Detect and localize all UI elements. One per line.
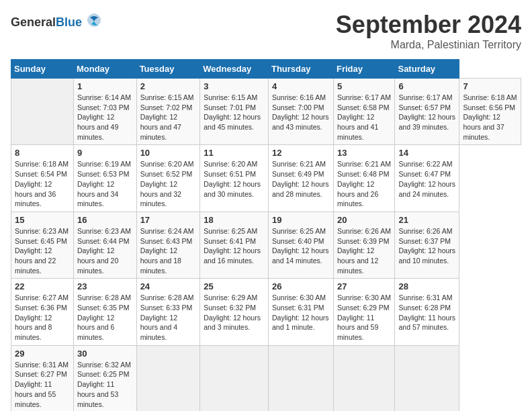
- calendar-cell: 25Sunrise: 6:29 AMSunset: 6:32 PMDayligh…: [200, 279, 269, 345]
- day-number: 6: [398, 81, 455, 91]
- day-number: 4: [272, 81, 330, 91]
- day-number: 26: [272, 281, 330, 291]
- calendar-table: SundayMondayTuesdayWednesdayThursdayFrid…: [11, 59, 521, 411]
- day-number: 12: [272, 148, 330, 158]
- day-info: Sunrise: 6:15 AMSunset: 7:01 PMDaylight:…: [204, 93, 265, 132]
- day-number: 24: [140, 281, 197, 291]
- calendar-cell: [333, 345, 394, 411]
- calendar-cell: 9Sunrise: 6:19 AMSunset: 6:53 PMDaylight…: [73, 145, 136, 212]
- calendar-cell: 14Sunrise: 6:22 AMSunset: 6:47 PMDayligh…: [395, 145, 459, 212]
- day-number: 5: [337, 81, 391, 91]
- day-number: 13: [337, 148, 391, 158]
- day-number: 1: [77, 81, 133, 91]
- day-info: Sunrise: 6:26 AMSunset: 6:39 PMDaylight:…: [337, 226, 391, 275]
- calendar-week-row: 15Sunrise: 6:23 AMSunset: 6:45 PMDayligh…: [11, 212, 521, 278]
- day-number: 8: [15, 148, 70, 158]
- day-number: 22: [15, 281, 70, 291]
- calendar-cell: 1Sunrise: 6:14 AMSunset: 7:03 PMDaylight…: [73, 79, 136, 145]
- calendar-cell: 16Sunrise: 6:23 AMSunset: 6:44 PMDayligh…: [73, 212, 136, 278]
- calendar-cell: 11Sunrise: 6:20 AMSunset: 6:51 PMDayligh…: [200, 145, 269, 212]
- column-header-wednesday: Wednesday: [200, 60, 269, 79]
- day-info: Sunrise: 6:18 AMSunset: 6:56 PMDaylight:…: [463, 93, 517, 142]
- day-number: 7: [463, 81, 517, 91]
- day-number: 17: [140, 215, 197, 225]
- calendar-cell: 12Sunrise: 6:21 AMSunset: 6:49 PMDayligh…: [268, 145, 333, 212]
- column-header-thursday: Thursday: [268, 60, 333, 79]
- month-title: September 2024: [336, 11, 521, 39]
- logo: GeneralBlue: [11, 11, 103, 34]
- day-info: Sunrise: 6:29 AMSunset: 6:32 PMDaylight:…: [204, 293, 265, 332]
- day-number: 16: [77, 215, 133, 225]
- column-header-friday: Friday: [333, 60, 394, 79]
- calendar-cell: 13Sunrise: 6:21 AMSunset: 6:48 PMDayligh…: [333, 145, 394, 212]
- day-info: Sunrise: 6:27 AMSunset: 6:36 PMDaylight:…: [15, 293, 70, 342]
- day-info: Sunrise: 6:26 AMSunset: 6:37 PMDaylight:…: [398, 226, 455, 266]
- calendar-cell: 23Sunrise: 6:28 AMSunset: 6:35 PMDayligh…: [73, 279, 136, 345]
- day-info: Sunrise: 6:16 AMSunset: 7:00 PMDaylight:…: [272, 93, 330, 132]
- calendar-body: 1Sunrise: 6:14 AMSunset: 7:03 PMDaylight…: [11, 79, 521, 412]
- calendar-cell: 28Sunrise: 6:31 AMSunset: 6:28 PMDayligh…: [395, 279, 459, 345]
- day-number: 15: [15, 215, 70, 225]
- day-info: Sunrise: 6:30 AMSunset: 6:29 PMDaylight:…: [337, 293, 391, 342]
- day-info: Sunrise: 6:18 AMSunset: 6:54 PMDaylight:…: [15, 159, 70, 208]
- day-info: Sunrise: 6:25 AMSunset: 6:40 PMDaylight:…: [272, 226, 330, 266]
- calendar-cell: 21Sunrise: 6:26 AMSunset: 6:37 PMDayligh…: [395, 212, 459, 278]
- day-info: Sunrise: 6:31 AMSunset: 6:28 PMDaylight:…: [398, 293, 455, 332]
- calendar-cell: 27Sunrise: 6:30 AMSunset: 6:29 PMDayligh…: [333, 279, 394, 345]
- calendar-cell: 18Sunrise: 6:25 AMSunset: 6:41 PMDayligh…: [200, 212, 269, 278]
- day-number: 23: [77, 281, 133, 291]
- calendar-week-row: 8Sunrise: 6:18 AMSunset: 6:54 PMDaylight…: [11, 145, 521, 212]
- calendar-week-row: 1Sunrise: 6:14 AMSunset: 7:03 PMDaylight…: [11, 79, 521, 145]
- day-number: 30: [77, 349, 133, 359]
- day-number: 29: [15, 349, 70, 359]
- day-number: 20: [337, 215, 391, 225]
- calendar-cell: 29Sunrise: 6:31 AMSunset: 6:27 PMDayligh…: [11, 345, 74, 411]
- day-number: 28: [398, 281, 455, 291]
- day-info: Sunrise: 6:28 AMSunset: 6:35 PMDaylight:…: [77, 293, 133, 342]
- calendar-cell: 20Sunrise: 6:26 AMSunset: 6:39 PMDayligh…: [333, 212, 394, 278]
- calendar-cell: [11, 79, 74, 145]
- logo-general: General: [11, 15, 56, 29]
- calendar-cell: 6Sunrise: 6:17 AMSunset: 6:57 PMDaylight…: [395, 79, 459, 145]
- calendar-cell: 5Sunrise: 6:17 AMSunset: 6:58 PMDaylight…: [333, 79, 394, 145]
- day-number: 21: [398, 215, 455, 225]
- day-info: Sunrise: 6:15 AMSunset: 7:02 PMDaylight:…: [140, 93, 197, 142]
- day-number: 3: [204, 81, 265, 91]
- calendar-cell: 2Sunrise: 6:15 AMSunset: 7:02 PMDaylight…: [136, 79, 200, 145]
- day-info: Sunrise: 6:32 AMSunset: 6:25 PMDaylight:…: [77, 360, 133, 409]
- day-info: Sunrise: 6:19 AMSunset: 6:53 PMDaylight:…: [77, 159, 133, 208]
- calendar-cell: 3Sunrise: 6:15 AMSunset: 7:01 PMDaylight…: [200, 79, 269, 145]
- day-number: 19: [272, 215, 330, 225]
- title-area: September 2024 Marda, Palestinian Territ…: [336, 11, 521, 51]
- calendar-cell: 22Sunrise: 6:27 AMSunset: 6:36 PMDayligh…: [11, 279, 74, 345]
- logo-bird-icon: [85, 11, 103, 34]
- day-info: Sunrise: 6:17 AMSunset: 6:57 PMDaylight:…: [398, 93, 455, 132]
- day-info: Sunrise: 6:20 AMSunset: 6:52 PMDaylight:…: [140, 159, 197, 208]
- day-info: Sunrise: 6:21 AMSunset: 6:49 PMDaylight:…: [272, 159, 330, 199]
- calendar-cell: 7Sunrise: 6:18 AMSunset: 6:56 PMDaylight…: [459, 79, 521, 145]
- day-info: Sunrise: 6:14 AMSunset: 7:03 PMDaylight:…: [77, 93, 133, 142]
- calendar-cell: 8Sunrise: 6:18 AMSunset: 6:54 PMDaylight…: [11, 145, 74, 212]
- calendar-cell: [136, 345, 200, 411]
- calendar-cell: 30Sunrise: 6:32 AMSunset: 6:25 PMDayligh…: [73, 345, 136, 411]
- day-info: Sunrise: 6:31 AMSunset: 6:27 PMDaylight:…: [15, 360, 70, 409]
- day-info: Sunrise: 6:30 AMSunset: 6:31 PMDaylight:…: [272, 293, 330, 332]
- day-info: Sunrise: 6:20 AMSunset: 6:51 PMDaylight:…: [204, 159, 265, 199]
- day-number: 14: [398, 148, 455, 158]
- day-number: 27: [337, 281, 391, 291]
- calendar-cell: 15Sunrise: 6:23 AMSunset: 6:45 PMDayligh…: [11, 212, 74, 278]
- day-number: 2: [140, 81, 197, 91]
- day-info: Sunrise: 6:24 AMSunset: 6:43 PMDaylight:…: [140, 226, 197, 275]
- day-number: 25: [204, 281, 265, 291]
- calendar-cell: 26Sunrise: 6:30 AMSunset: 6:31 PMDayligh…: [268, 279, 333, 345]
- day-number: 10: [140, 148, 197, 158]
- header: GeneralBlue September 2024 Marda, Palest…: [11, 11, 521, 51]
- calendar-cell: [395, 345, 459, 411]
- day-info: Sunrise: 6:23 AMSunset: 6:44 PMDaylight:…: [77, 226, 133, 275]
- day-info: Sunrise: 6:22 AMSunset: 6:47 PMDaylight:…: [398, 159, 455, 199]
- calendar-cell: 24Sunrise: 6:28 AMSunset: 6:33 PMDayligh…: [136, 279, 200, 345]
- calendar-cell: 4Sunrise: 6:16 AMSunset: 7:00 PMDaylight…: [268, 79, 333, 145]
- calendar-cell: [268, 345, 333, 411]
- day-info: Sunrise: 6:17 AMSunset: 6:58 PMDaylight:…: [337, 93, 391, 142]
- column-header-monday: Monday: [73, 60, 136, 79]
